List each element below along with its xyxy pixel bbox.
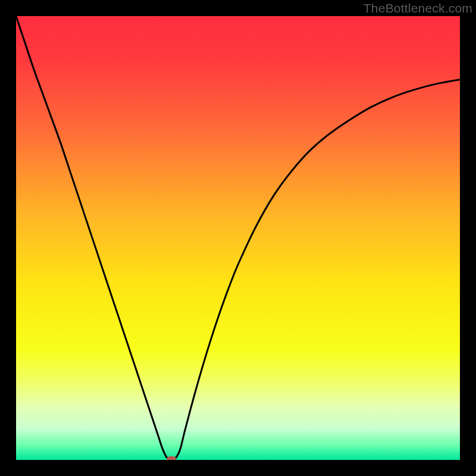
- watermark-text: TheBottleneck.com: [364, 1, 472, 15]
- chart-frame: [16, 16, 460, 460]
- gradient-background: [16, 16, 460, 460]
- bottleneck-chart: [16, 16, 460, 460]
